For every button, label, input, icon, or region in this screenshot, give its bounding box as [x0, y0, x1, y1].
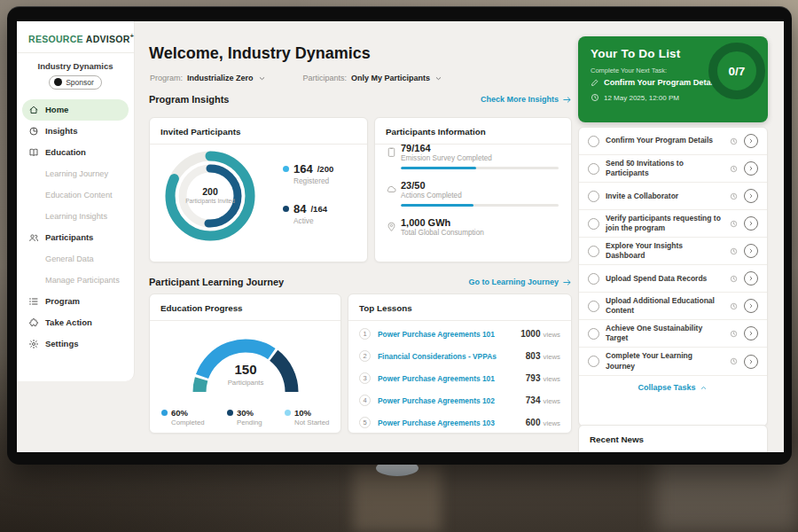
section-title: Participant Learning Journey — [149, 277, 284, 287]
legend-dot — [161, 410, 168, 416]
sidebar-item-take-action[interactable]: Take Action — [22, 312, 129, 333]
gauge-legend: 60% Completed 30% Pending 10% Not Starte… — [161, 408, 329, 426]
task-label: Achieve One Sustainability Target — [606, 324, 724, 343]
task-checkbox[interactable] — [588, 328, 599, 340]
todo-subtitle: Complete Your Next Task: — [591, 66, 667, 74]
page-title: Welcome, Industry Dynamics — [149, 44, 371, 63]
sidebar-item-label: Education — [45, 147, 86, 157]
clock-icon — [730, 357, 738, 365]
lesson-views-count: 803 — [518, 351, 541, 361]
lesson-link[interactable]: Financial Considerations - VPPAs — [378, 352, 511, 361]
sidebar-item-label: Insights — [45, 126, 77, 136]
lesson-views-suffix: views — [544, 375, 561, 383]
chevron-down-icon — [434, 74, 442, 82]
participants-filter[interactable]: Participants: Only My Participants — [303, 74, 443, 82]
lesson-link[interactable]: Power Purchase Agreements 101 — [378, 374, 511, 383]
sidebar-item-general-data[interactable]: General Data — [22, 248, 129, 270]
sidebar-item-home[interactable]: Home — [22, 99, 129, 121]
go-to-learning-journey-link[interactable]: Go to Learning Journey — [468, 278, 572, 287]
legend-label: Completed — [171, 419, 227, 426]
task-label: Verify participants requesting to join t… — [606, 214, 724, 233]
clock-icon — [730, 192, 738, 200]
legend-pending: 30% Pending — [227, 408, 285, 426]
task-checkbox[interactable] — [588, 136, 599, 147]
dashboard-screen: RESOURCE ADVISOR+ Industry Dynamics Spon… — [17, 21, 784, 452]
todo-next-task[interactable]: Confirm Your Program Details — [591, 78, 720, 87]
task-label: Upload Spend Data Records — [606, 274, 724, 284]
participants-filter-value: Only My Participants — [351, 74, 430, 82]
sidebar-item-learning-journey[interactable]: Learning Journey — [22, 163, 129, 184]
task-row-send-50-invitations-to-participants[interactable]: Send 50 Invitations to Participants — [579, 155, 767, 183]
task-checkbox[interactable] — [588, 273, 599, 285]
check-more-insights-link[interactable]: Check More Insights — [481, 95, 572, 105]
lesson-views-suffix: views — [544, 331, 561, 339]
task-row-invite-a-collaborator[interactable]: Invite a Collaborator — [579, 183, 767, 210]
task-row-upload-additional-educational-content[interactable]: Upload Additional Educational Content — [579, 293, 767, 320]
task-checkbox[interactable] — [588, 163, 599, 175]
lesson-rank: 5 — [359, 417, 371, 428]
brand-primary: RESOURCE — [28, 34, 83, 44]
task-checkbox[interactable] — [588, 301, 599, 312]
sidebar-item-participants[interactable]: Participants — [22, 227, 129, 248]
sidebar-item-label: Take Action — [45, 317, 92, 327]
clock-icon — [730, 330, 738, 338]
education-icon — [28, 147, 39, 158]
lesson-link[interactable]: Power Purchase Agreements 102 — [378, 396, 511, 405]
task-checkbox[interactable] — [588, 191, 599, 202]
metric-value: 1,000 GWh — [401, 217, 559, 228]
top-lessons-card: Top Lessons 1Power Purchase Agreements 1… — [348, 293, 572, 434]
legend-value: 10% — [294, 408, 311, 418]
sidebar-item-education-content[interactable]: Education Content — [22, 184, 129, 206]
task-open-button[interactable] — [744, 271, 758, 286]
sidebar-item-program[interactable]: Program — [22, 291, 129, 312]
sidebar-item-manage-participants[interactable]: Manage Participants — [22, 270, 129, 291]
legend-completed: 60% Completed — [161, 408, 227, 426]
metric-label: Emission Survey Completed — [401, 154, 559, 162]
sidebar-item-label: Participants — [45, 232, 93, 242]
task-open-button[interactable] — [744, 299, 758, 313]
legend-total: /200 — [317, 164, 334, 174]
lesson-views: 803views — [518, 351, 561, 361]
todo-progress-count: 0/7 — [703, 37, 771, 105]
sidebar-item-settings[interactable]: Settings — [22, 333, 129, 355]
progress-track — [401, 167, 559, 169]
task-checkbox[interactable] — [588, 246, 599, 257]
task-row-achieve-one-sustainability-target[interactable]: Achieve One Sustainability Target — [579, 320, 767, 348]
task-open-button[interactable] — [744, 216, 758, 231]
program-filter[interactable]: Program: Industrialize Zero — [150, 74, 266, 82]
brand-secondary: ADVISOR — [86, 34, 130, 44]
task-list: Confirm Your Program DetailsSend 50 Invi… — [579, 128, 767, 376]
metric-emission-survey: 79/164 Emission Survey Completed — [386, 143, 559, 169]
task-checkbox[interactable] — [588, 356, 599, 367]
task-row-verify-participants-requesting-to-join-the-program[interactable]: Verify participants requesting to join t… — [579, 210, 767, 238]
sidebar-item-education[interactable]: Education — [22, 142, 129, 163]
task-open-button[interactable] — [744, 355, 758, 369]
task-open-button[interactable] — [744, 189, 758, 203]
task-label: Complete Your Learning Journey — [606, 351, 724, 371]
donut-center: 200 Participants Invited — [162, 148, 258, 244]
lesson-link[interactable]: Power Purchase Agreements 101 — [378, 330, 511, 339]
recent-news-card: Recent News — [578, 425, 768, 452]
lesson-link[interactable]: Power Purchase Agreements 103 — [378, 419, 511, 427]
task-checkbox[interactable] — [588, 218, 599, 230]
task-row-explore-your-insights-dashboard[interactable]: Explore Your Insights Dashboard — [579, 238, 767, 265]
sidebar-item-learning-insights[interactable]: Learning Insights — [22, 206, 129, 227]
collapse-tasks-link[interactable]: Collapse Tasks — [579, 376, 767, 400]
task-open-button[interactable] — [744, 326, 758, 340]
legend-dot — [227, 410, 233, 416]
sidebar-item-insights[interactable]: Insights — [22, 121, 129, 142]
metric-actions-completed: 23/50 Actions Completed — [386, 180, 559, 207]
clock-icon — [730, 247, 738, 255]
todo-title: Your To Do List — [591, 47, 681, 60]
task-open-button[interactable] — [744, 134, 758, 148]
task-open-button[interactable] — [744, 244, 758, 258]
sidebar-divider — [17, 52, 134, 53]
task-open-button[interactable] — [744, 161, 758, 176]
link-label: Check More Insights — [481, 95, 559, 104]
sidebar-item-label: General Data — [45, 254, 94, 263]
task-row-complete-your-learning-journey[interactable]: Complete Your Learning Journey — [579, 348, 767, 375]
metric-value: 79/164 — [401, 143, 559, 153]
task-row-confirm-your-program-details[interactable]: Confirm Your Program Details — [579, 128, 767, 155]
lesson-row: 4Power Purchase Agreements 102734views — [348, 389, 571, 411]
task-row-upload-spend-data-records[interactable]: Upload Spend Data Records — [579, 265, 767, 293]
